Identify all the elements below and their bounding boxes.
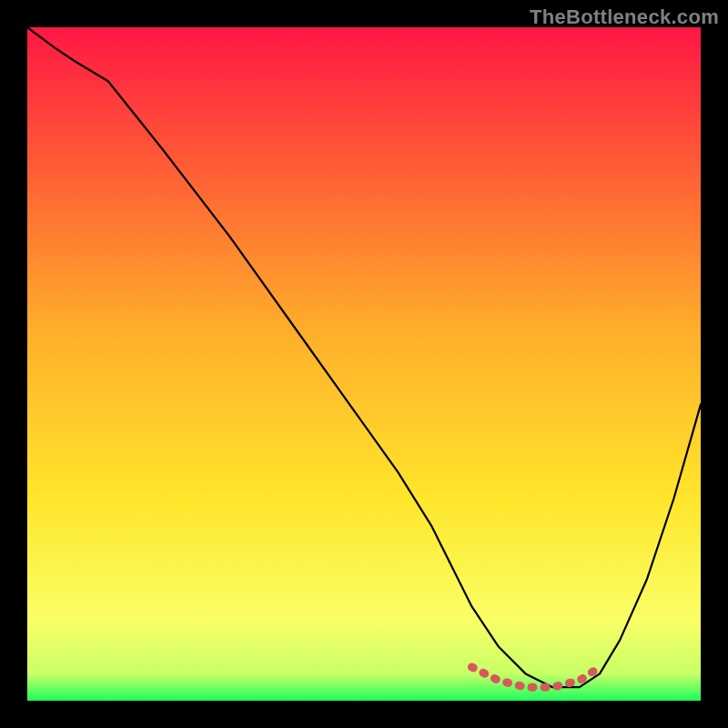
watermark-text: TheBottleneck.com — [530, 5, 719, 29]
bottleneck-curve-line — [27, 27, 701, 687]
chart-plot-area — [27, 27, 701, 701]
chart-lines — [27, 27, 701, 701]
optimal-region-marker — [471, 667, 600, 687]
